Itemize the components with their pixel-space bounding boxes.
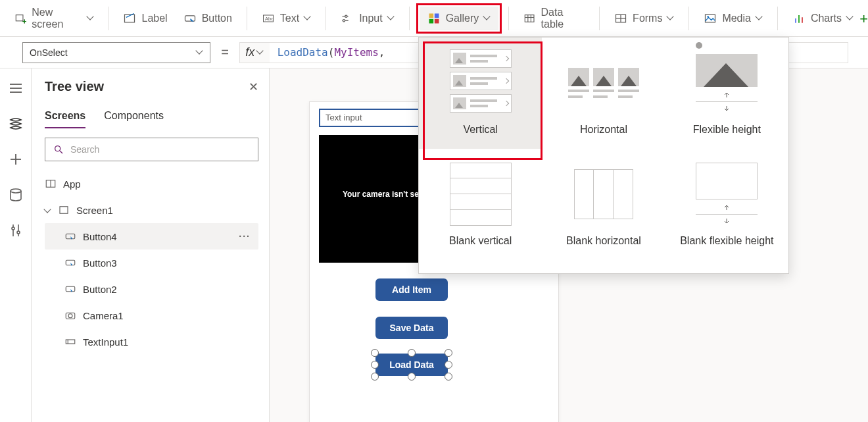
resize-handle[interactable] bbox=[445, 349, 452, 357]
charts-label: Charts bbox=[811, 13, 842, 24]
vertical-gallery-thumb bbox=[441, 47, 520, 119]
gallery-dropdown-menu: Vertical Horizontal bbox=[418, 37, 789, 274]
resize-handle[interactable] bbox=[371, 361, 379, 369]
more-icon[interactable]: ··· bbox=[239, 231, 251, 242]
property-name: OnSelect bbox=[30, 47, 68, 58]
svg-text:Abc: Abc bbox=[265, 16, 274, 22]
gallery-option-blank-horizontal[interactable]: Blank horizontal bbox=[542, 149, 665, 260]
svg-point-34 bbox=[11, 189, 21, 193]
input-button[interactable]: Input bbox=[333, 7, 402, 30]
resize-handle[interactable] bbox=[371, 349, 379, 357]
button-insert[interactable]: Button bbox=[176, 7, 240, 30]
charts-icon bbox=[792, 12, 806, 25]
tree-node-textinput1[interactable]: TextInput1 bbox=[45, 329, 258, 355]
svg-rect-49 bbox=[66, 340, 75, 344]
search-placeholder: Search bbox=[70, 144, 99, 155]
input-label: Input bbox=[359, 13, 383, 24]
save-data-button[interactable]: Save Data bbox=[375, 317, 448, 339]
resize-handle[interactable] bbox=[445, 361, 452, 369]
button-icon bbox=[183, 12, 197, 25]
svg-point-25 bbox=[708, 16, 710, 18]
resize-handle[interactable] bbox=[408, 349, 416, 357]
tree-view-panel: Tree view ✕ Screens Components Search Ap… bbox=[32, 68, 270, 422]
resize-handle[interactable] bbox=[371, 373, 379, 381]
forms-button[interactable]: Forms bbox=[606, 7, 682, 30]
ribbon-separator bbox=[326, 7, 326, 30]
tree-node-button4[interactable]: Button4 ··· bbox=[45, 223, 258, 250]
forms-label: Forms bbox=[633, 13, 662, 24]
button-label: Button bbox=[202, 13, 232, 24]
text-input-icon bbox=[64, 336, 76, 348]
text-button[interactable]: Abc Text bbox=[254, 7, 319, 30]
tree-node-camera1[interactable]: Camera1 bbox=[45, 302, 258, 329]
arrow-down-icon bbox=[723, 105, 731, 113]
media-button[interactable]: Media bbox=[696, 7, 771, 30]
data-table-button[interactable]: Data table bbox=[516, 1, 592, 36]
button-icon bbox=[64, 283, 76, 295]
ribbon-separator bbox=[247, 7, 247, 30]
ribbon-separator bbox=[508, 7, 509, 30]
resize-handle[interactable] bbox=[408, 373, 416, 381]
resize-handle[interactable] bbox=[445, 373, 452, 381]
arrow-down-icon bbox=[723, 217, 731, 225]
chevron-down-icon bbox=[304, 15, 311, 22]
label-icon bbox=[123, 12, 136, 25]
tab-screens[interactable]: Screens bbox=[45, 110, 85, 128]
button-icon bbox=[64, 230, 76, 242]
svg-point-39 bbox=[55, 146, 60, 151]
tree-view-icon[interactable] bbox=[8, 116, 24, 132]
text-label: Text bbox=[280, 13, 299, 24]
arrow-up-icon bbox=[723, 91, 731, 99]
svg-rect-17 bbox=[525, 14, 535, 22]
gallery-button[interactable]: Gallery bbox=[420, 7, 499, 30]
insert-icon[interactable] bbox=[8, 151, 24, 167]
svg-rect-15 bbox=[429, 18, 433, 23]
hamburger-icon[interactable] bbox=[8, 80, 24, 96]
tree-node-button2[interactable]: Button2 bbox=[45, 276, 258, 302]
chevron-down-icon bbox=[388, 15, 395, 22]
svg-rect-16 bbox=[434, 18, 439, 23]
gallery-option-vertical[interactable]: Vertical bbox=[419, 38, 542, 149]
blank-vertical-thumb bbox=[441, 158, 520, 230]
fx-icon[interactable]: fx bbox=[239, 42, 270, 63]
chevron-down-icon[interactable] bbox=[45, 207, 51, 213]
plus-icon[interactable]: + bbox=[859, 11, 868, 28]
svg-line-5 bbox=[126, 13, 134, 17]
new-screen-label: New screen bbox=[32, 7, 82, 30]
new-screen-icon bbox=[14, 12, 26, 25]
gallery-label: Gallery bbox=[446, 13, 479, 24]
load-data-selection: Load Data bbox=[373, 351, 450, 379]
chevron-down-icon bbox=[257, 49, 264, 56]
flexible-gallery-thumb bbox=[687, 47, 766, 119]
input-icon bbox=[341, 12, 354, 25]
gallery-option-horizontal[interactable]: Horizontal bbox=[542, 38, 665, 149]
gallery-option-blank-vertical[interactable]: Blank vertical bbox=[419, 149, 542, 260]
gallery-option-blank-flexible-height[interactable]: Blank flexible height bbox=[665, 149, 788, 260]
gallery-option-flexible-height[interactable]: Flexible height bbox=[665, 38, 788, 149]
tree-node-screen1[interactable]: Screen1 bbox=[45, 197, 258, 223]
chevron-down-icon bbox=[87, 15, 93, 22]
tab-components[interactable]: Components bbox=[104, 110, 164, 128]
label-label: Label bbox=[141, 13, 167, 24]
ribbon-separator bbox=[777, 7, 778, 30]
charts-button[interactable]: Charts bbox=[784, 7, 861, 30]
gallery-icon bbox=[427, 12, 441, 25]
new-screen-button[interactable]: New screen bbox=[7, 1, 102, 36]
blank-flexible-thumb bbox=[687, 158, 766, 230]
label-button[interactable]: Label bbox=[115, 7, 175, 30]
svg-point-36 bbox=[12, 227, 14, 230]
text-icon: Abc bbox=[262, 12, 275, 25]
tree-node-app[interactable]: App bbox=[45, 171, 258, 197]
tree-search-input[interactable]: Search bbox=[45, 138, 258, 161]
formula-function: LoadData bbox=[277, 46, 328, 59]
add-item-button[interactable]: Add Item bbox=[375, 278, 448, 301]
media-label: Media bbox=[722, 13, 751, 24]
property-selector[interactable]: OnSelect bbox=[22, 42, 210, 63]
tree-view-title: Tree view bbox=[45, 79, 104, 94]
tools-icon[interactable] bbox=[8, 223, 24, 238]
close-icon[interactable]: ✕ bbox=[249, 80, 258, 94]
data-icon[interactable] bbox=[8, 187, 24, 203]
svg-rect-14 bbox=[434, 13, 439, 18]
tree-node-button3[interactable]: Button3 bbox=[45, 250, 258, 276]
data-table-label: Data table bbox=[541, 7, 585, 30]
